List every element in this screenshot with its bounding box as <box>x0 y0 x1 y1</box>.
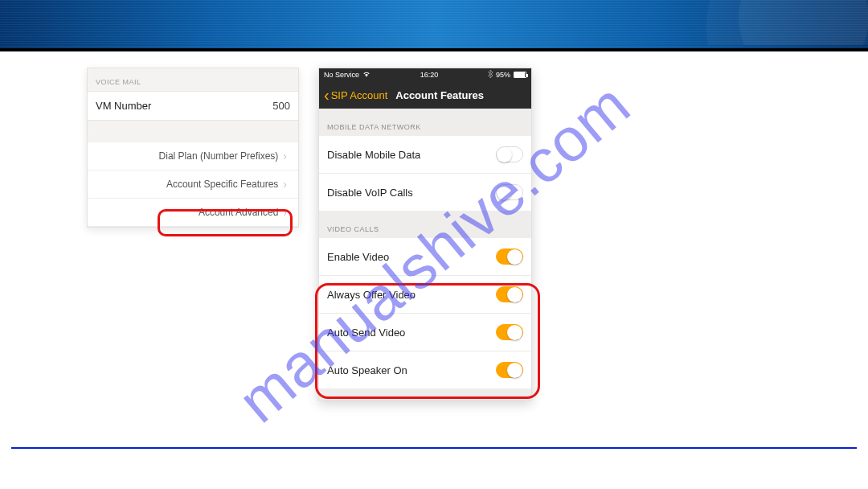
nav-account-advanced-label: Account Advanced <box>199 207 278 218</box>
phone-screenshot: No Service 16:20 95% ‹ SIP Account Accou… <box>318 68 532 401</box>
back-chevron-icon[interactable]: ‹ <box>324 87 330 103</box>
row-auto-speaker-on[interactable]: Auto Speaker On <box>319 351 531 388</box>
label-auto-speaker-on: Auto Speaker On <box>327 364 407 376</box>
nav-bar: ‹ SIP Account Account Features <box>319 81 531 109</box>
clock-label: 16:20 <box>420 71 439 79</box>
label-enable-video: Enable Video <box>327 251 389 263</box>
chevron-right-icon: › <box>283 207 287 218</box>
bluetooth-icon <box>488 70 493 80</box>
label-auto-send-video: Auto Send Video <box>327 327 405 339</box>
toggle-auto-send-video[interactable] <box>496 324 523 340</box>
row-auto-send-video[interactable]: Auto Send Video <box>319 314 531 351</box>
row-always-offer-video[interactable]: Always Offer Video <box>319 276 531 314</box>
label-always-offer-video: Always Offer Video <box>327 289 416 301</box>
carrier-label: No Service <box>324 71 359 79</box>
row-enable-video[interactable]: Enable Video <box>319 238 531 276</box>
nav-dial-plan[interactable]: Dial Plan (Number Prefixes) › <box>88 142 298 170</box>
chevron-right-icon: › <box>283 179 287 190</box>
left-settings-panel: VOICE MAIL VM Number 500 Dial Plan (Numb… <box>87 68 299 228</box>
row-disable-voip[interactable]: Disable VoIP Calls <box>319 174 531 211</box>
toggle-disable-mobile-data[interactable] <box>496 146 523 162</box>
vm-number-value: 500 <box>272 100 290 112</box>
video-call-rows: Enable Video Always Offer Video Auto Sen… <box>319 238 531 388</box>
battery-label: 95% <box>496 71 510 79</box>
section-header-voicemail: VOICE MAIL <box>88 68 298 91</box>
status-bar: No Service 16:20 95% <box>319 68 531 81</box>
back-label[interactable]: SIP Account <box>331 89 388 101</box>
label-disable-mobile-data: Disable Mobile Data <box>327 149 420 161</box>
row-disable-mobile-data[interactable]: Disable Mobile Data <box>319 136 531 174</box>
label-disable-voip: Disable VoIP Calls <box>327 187 413 199</box>
vm-number-label: VM Number <box>96 100 151 112</box>
top-banner <box>0 0 868 51</box>
nav-account-specific-label: Account Specific Features <box>166 179 278 190</box>
battery-icon <box>514 72 526 78</box>
nav-dial-plan-label: Dial Plan (Number Prefixes) <box>159 150 279 162</box>
wifi-icon <box>362 71 371 79</box>
nav-account-advanced[interactable]: Account Advanced › <box>88 198 298 227</box>
toggle-disable-voip[interactable] <box>496 184 523 200</box>
toggle-enable-video[interactable] <box>496 249 523 265</box>
footer-divider <box>11 447 857 449</box>
toggle-always-offer-video[interactable] <box>496 286 523 302</box>
nav-title: Account Features <box>395 89 484 101</box>
chevron-right-icon: › <box>283 150 287 162</box>
vm-number-row[interactable]: VM Number 500 <box>88 91 298 121</box>
content-area: VOICE MAIL VM Number 500 Dial Plan (Numb… <box>0 51 868 470</box>
section-header-video-calls: VIDEO CALLS <box>319 211 531 238</box>
nav-account-specific[interactable]: Account Specific Features › <box>88 170 298 198</box>
section-header-mobile-data: MOBILE DATA NETWORK <box>319 109 531 136</box>
mobile-data-rows: Disable Mobile Data Disable VoIP Calls <box>319 136 531 211</box>
left-nav-group: Dial Plan (Number Prefixes) › Account Sp… <box>88 142 298 227</box>
toggle-auto-speaker-on[interactable] <box>496 362 523 378</box>
